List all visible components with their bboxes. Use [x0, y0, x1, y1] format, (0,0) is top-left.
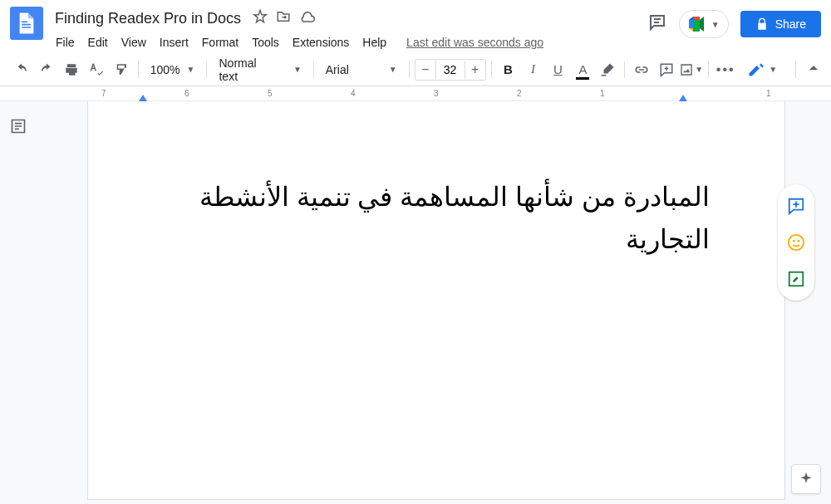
spellcheck-button[interactable] [85, 58, 108, 81]
cloud-status-icon[interactable] [299, 9, 316, 29]
insert-image-button[interactable]: ▼ [680, 58, 703, 81]
zoom-select[interactable]: 100% ▼ [144, 60, 202, 80]
text-color-indicator [576, 77, 589, 80]
ruler-mark: 3 [434, 89, 439, 98]
menu-insert[interactable]: Insert [154, 32, 194, 52]
emoji-reaction-fab[interactable] [783, 229, 809, 256]
ruler-mark: 5 [268, 89, 273, 98]
hide-menus-button[interactable] [806, 61, 821, 79]
app-header: Finding Readex Pro in Docs File Edit Vie… [0, 0, 831, 53]
paragraph-style-select[interactable]: Normal text ▼ [212, 53, 307, 86]
document-content[interactable]: المبادرة من شأنها المساهمة في تنمية الأن… [170, 176, 710, 261]
page-container: المبادرة من شأنها المساهمة في تنمية الأن… [42, 101, 831, 504]
ruler-mark: 2 [517, 89, 522, 98]
chevron-down-icon: ▼ [389, 65, 397, 74]
toolbar: 100% ▼ Normal text ▼ Arial ▼ − 32 + B I … [0, 53, 831, 86]
separator [491, 61, 492, 78]
italic-button[interactable]: I [522, 58, 545, 81]
meet-icon [688, 16, 708, 32]
menu-view[interactable]: View [116, 32, 152, 52]
separator [138, 61, 139, 78]
font-size-increase[interactable]: + [465, 60, 485, 80]
font-size-control: − 32 + [415, 59, 486, 81]
editing-mode-button[interactable]: ▼ [739, 56, 785, 83]
menu-edit[interactable]: Edit [82, 32, 114, 52]
star-icon[interactable] [253, 9, 268, 29]
text-color-button[interactable]: A [571, 58, 594, 81]
separator [206, 61, 207, 78]
explore-button[interactable] [791, 464, 821, 494]
font-size-decrease[interactable]: − [416, 60, 435, 80]
menu-format[interactable]: Format [196, 32, 244, 52]
redo-button[interactable] [35, 58, 58, 81]
toolbar-right: ▼ [739, 56, 821, 83]
insert-link-button[interactable] [630, 58, 653, 81]
canvas-area: المبادرة من شأنها المساهمة في تنمية الأن… [0, 101, 831, 504]
outline-sidebar [0, 101, 42, 504]
chevron-down-icon: ▼ [695, 65, 703, 74]
docs-logo[interactable] [10, 7, 43, 40]
menu-help[interactable]: Help [356, 32, 392, 52]
separator [624, 61, 625, 78]
title-icons [253, 9, 316, 29]
font-family-value: Arial [326, 63, 349, 76]
zoom-value: 100% [150, 63, 180, 76]
paragraph-style-value: Normal text [219, 56, 278, 83]
separator [708, 61, 709, 78]
insert-comment-button[interactable] [655, 58, 678, 81]
highlight-button[interactable] [596, 58, 619, 81]
chevron-down-icon: ▼ [711, 20, 720, 29]
docs-file-icon [18, 12, 35, 34]
document-page[interactable]: المبادرة من شأنها المساهمة في تنمية الأن… [87, 101, 785, 500]
separator [313, 61, 314, 78]
paint-format-button[interactable] [110, 58, 133, 81]
menu-tools[interactable]: Tools [246, 32, 285, 52]
header-center: Finding Readex Pro in Docs File Edit Vie… [50, 7, 647, 52]
menu-file[interactable]: File [50, 32, 81, 52]
bold-button[interactable]: B [497, 58, 520, 81]
ruler[interactable]: 7 6 5 4 3 2 1 1 [0, 86, 831, 101]
title-row: Finding Readex Pro in Docs [50, 7, 647, 31]
share-label: Share [775, 17, 806, 31]
separator [409, 61, 410, 78]
separator [795, 61, 796, 78]
explore-icon [798, 471, 814, 487]
move-icon[interactable] [276, 9, 291, 29]
chevron-down-icon: ▼ [769, 65, 777, 74]
add-comment-fab[interactable] [783, 193, 809, 219]
ruler-mark: 1 [600, 89, 605, 98]
suggest-edits-fab[interactable] [783, 266, 809, 292]
doc-title[interactable]: Finding Readex Pro in Docs [50, 8, 246, 29]
chevron-down-icon: ▼ [293, 65, 302, 74]
pencil-icon [747, 61, 764, 78]
font-size-input[interactable]: 32 [435, 61, 465, 79]
ruler-mark: 1 [766, 89, 771, 98]
outline-toggle-icon[interactable] [10, 123, 27, 137]
header-right: ▼ Share [647, 7, 821, 38]
menu-extensions[interactable]: Extensions [287, 32, 355, 52]
share-button[interactable]: Share [740, 11, 821, 37]
fab-panel [778, 184, 814, 301]
comment-history-icon[interactable] [647, 12, 667, 36]
chevron-down-icon: ▼ [187, 65, 195, 74]
svg-point-1 [793, 240, 795, 242]
undo-button[interactable] [10, 58, 33, 81]
svg-point-0 [789, 235, 804, 250]
ruler-mark: 6 [184, 89, 189, 98]
lock-icon [755, 17, 769, 31]
ruler-indent-left[interactable] [139, 95, 147, 101]
ruler-mark: 4 [351, 89, 356, 98]
font-family-select[interactable]: Arial ▼ [319, 60, 404, 80]
ruler-mark: 7 [101, 89, 106, 98]
underline-button[interactable]: U [546, 58, 569, 81]
menubar: File Edit View Insert Format Tools Exten… [50, 31, 647, 52]
ruler-track: 7 6 5 4 3 2 1 1 [68, 86, 831, 100]
print-button[interactable] [60, 58, 83, 81]
ruler-indent-right[interactable] [679, 95, 687, 101]
last-edit-link[interactable]: Last edit was seconds ago [401, 32, 549, 52]
meet-button[interactable]: ▼ [679, 10, 729, 38]
more-button[interactable]: ••• [714, 58, 737, 81]
svg-point-2 [797, 240, 799, 242]
